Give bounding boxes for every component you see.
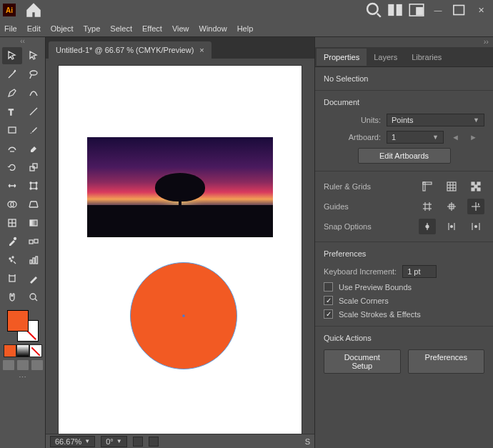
preferences-button[interactable]: Preferences <box>408 349 485 374</box>
svg-rect-12 <box>30 166 34 171</box>
hand-tool[interactable] <box>2 289 22 306</box>
keyboard-increment-label: Keyboard Increment: <box>324 267 397 276</box>
guides-label: Guides <box>324 202 413 211</box>
eraser-tool[interactable] <box>24 140 44 157</box>
free-transform-tool[interactable] <box>24 177 44 194</box>
artboard-prev-icon[interactable]: ◄ <box>449 133 462 141</box>
zoom-tool[interactable] <box>24 289 44 306</box>
preview-bounds-checkbox[interactable] <box>324 282 333 292</box>
arrange-icon[interactable] <box>386 1 404 19</box>
tools-collapse-icon[interactable]: ‹‹ <box>0 39 45 46</box>
workspace-switcher-icon[interactable] <box>407 1 426 19</box>
perspective-grid-tool[interactable] <box>24 196 44 213</box>
lasso-tool[interactable] <box>24 66 44 83</box>
menu-type[interactable]: Type <box>84 24 101 33</box>
gradient-tool[interactable] <box>24 214 44 232</box>
width-tool[interactable] <box>2 177 22 194</box>
artboard[interactable] <box>59 66 302 434</box>
search-icon[interactable] <box>364 1 383 19</box>
close-icon[interactable]: ✕ <box>472 1 490 19</box>
keyboard-increment-input[interactable]: 1 pt <box>402 265 437 278</box>
tab-properties[interactable]: Properties <box>317 49 367 66</box>
menu-edit[interactable]: Edit <box>27 24 41 33</box>
canvas[interactable] <box>46 59 314 434</box>
edit-artboards-button[interactable]: Edit Artboards <box>358 148 451 164</box>
document-setup-button[interactable]: Document Setup <box>324 349 401 374</box>
artboard-nav-prev-icon[interactable] <box>149 437 159 447</box>
document-tabs: Untitled-1* @ 66.67 % (CMYK/Preview) × <box>46 37 314 59</box>
minimize-icon[interactable]: — <box>429 1 447 19</box>
slice-tool[interactable] <box>24 270 44 287</box>
placed-image[interactable] <box>87 137 273 237</box>
menu-file[interactable]: File <box>4 24 17 33</box>
curvature-tool[interactable] <box>24 84 44 101</box>
menu-help[interactable]: Help <box>237 24 254 33</box>
magic-wand-tool[interactable] <box>2 66 22 83</box>
grid-icon[interactable] <box>443 179 460 194</box>
mesh-tool[interactable] <box>2 214 22 232</box>
tab-layers[interactable]: Layers <box>367 49 404 66</box>
direct-selection-tool[interactable] <box>24 47 44 64</box>
pen-tool[interactable] <box>2 84 22 101</box>
artboard-nav-first-icon[interactable] <box>133 437 143 447</box>
svg-point-18 <box>36 188 37 189</box>
ruler-icon[interactable] <box>419 179 436 194</box>
snap-to-pixel-icon[interactable] <box>467 219 484 234</box>
app-logo[interactable]: Ai <box>3 4 16 16</box>
home-icon[interactable] <box>24 1 43 19</box>
artboard-select[interactable]: 1▼ <box>387 131 444 144</box>
units-select[interactable]: Points▼ <box>387 114 484 126</box>
draw-behind-icon[interactable] <box>17 360 29 370</box>
scale-strokes-label: Scale Strokes & Effects <box>339 310 421 319</box>
blend-tool[interactable] <box>24 233 44 250</box>
menu-view[interactable]: View <box>172 24 189 33</box>
svg-rect-14 <box>31 183 36 189</box>
scale-corners-checkbox[interactable] <box>324 296 333 305</box>
svg-line-10 <box>30 108 37 115</box>
zoom-select[interactable]: 66.67%▼ <box>50 436 95 447</box>
document-tab-close-icon[interactable]: × <box>199 46 204 54</box>
menu-select[interactable]: Select <box>110 24 132 33</box>
scale-strokes-checkbox[interactable] <box>324 309 333 319</box>
rectangle-tool[interactable] <box>2 121 22 139</box>
line-tool[interactable] <box>24 103 44 120</box>
menu-object[interactable]: Object <box>51 24 74 33</box>
paintbrush-tool[interactable] <box>24 121 44 139</box>
rotate-select[interactable]: 0°▼ <box>101 436 126 447</box>
eyedropper-tool[interactable] <box>2 233 22 250</box>
smart-guides-icon[interactable] <box>467 199 484 214</box>
shaper-tool[interactable] <box>2 140 22 157</box>
column-graph-tool[interactable] <box>24 252 44 269</box>
document-tab[interactable]: Untitled-1* @ 66.67 % (CMYK/Preview) × <box>49 41 211 59</box>
snap-to-point-icon[interactable] <box>419 219 436 234</box>
artboard-tool[interactable] <box>2 270 22 287</box>
symbol-sprayer-tool[interactable] <box>2 252 22 269</box>
guides-lock-icon[interactable] <box>443 199 460 214</box>
color-mode-icon[interactable] <box>4 344 16 357</box>
transparency-grid-icon[interactable] <box>467 179 484 194</box>
none-mode-icon[interactable] <box>29 344 42 357</box>
svg-point-28 <box>9 258 11 259</box>
svg-point-25 <box>14 238 16 240</box>
guides-visibility-icon[interactable] <box>419 199 436 214</box>
draw-normal-icon[interactable] <box>3 360 14 370</box>
menu-window[interactable]: Window <box>199 24 227 33</box>
selection-tool[interactable] <box>2 47 22 64</box>
tab-libraries[interactable]: Libraries <box>404 49 449 66</box>
svg-rect-33 <box>36 257 38 264</box>
fill-stroke-swatch[interactable] <box>7 310 39 342</box>
shape-builder-tool[interactable] <box>2 196 22 213</box>
artboard-next-icon[interactable]: ► <box>467 133 479 141</box>
rotate-tool[interactable] <box>2 159 22 176</box>
maximize-icon[interactable] <box>450 1 469 19</box>
snap-to-grid-icon[interactable] <box>443 219 460 234</box>
edit-toolbar-icon[interactable]: ⋯ <box>19 373 26 382</box>
draw-inside-icon[interactable] <box>31 360 43 370</box>
menu-effect[interactable]: Effect <box>142 24 162 33</box>
circle-shape[interactable] <box>130 262 237 369</box>
gradient-mode-icon[interactable] <box>16 344 29 357</box>
type-tool[interactable]: T <box>2 103 22 120</box>
fill-swatch[interactable] <box>7 310 29 332</box>
panel-collapse-icon[interactable]: ›› <box>315 37 493 47</box>
scale-tool[interactable] <box>24 159 44 176</box>
